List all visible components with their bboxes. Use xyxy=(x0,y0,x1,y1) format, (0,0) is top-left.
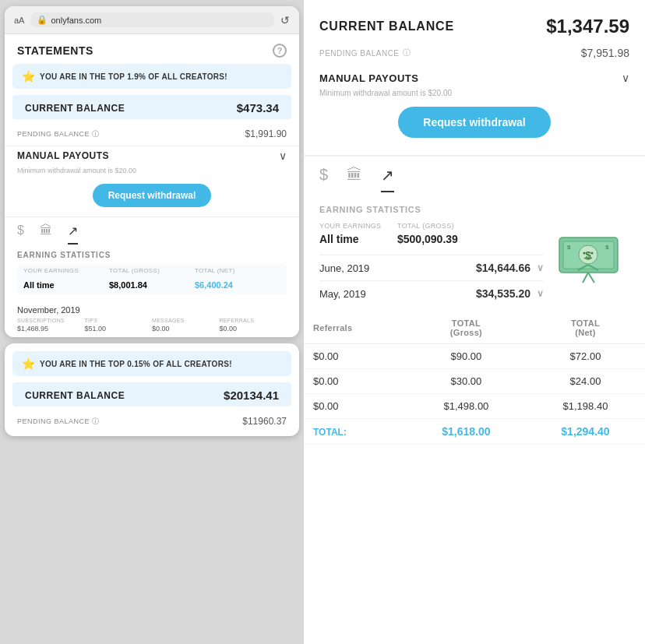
alltime-row: All time $8,001.84 $6,400.24 xyxy=(17,277,287,294)
right-chart-tab-icon[interactable]: ↗ xyxy=(381,166,394,192)
min-withdrawal-text: Minimum withdrawal amount is $20.00 xyxy=(5,165,299,181)
total-gross-cell: $1,618.00 xyxy=(407,419,526,445)
bottom-pending-value: $11960.37 xyxy=(242,416,287,427)
may-value: $34,535.20 xyxy=(476,287,530,300)
month-subscriptions: $1,468.95 xyxy=(17,325,85,333)
lock-icon: 🔒 xyxy=(37,15,48,25)
current-balance-row: CURRENT BALANCE $473.34 xyxy=(12,95,291,119)
right-table-area: Referrals TOTAL(Gross) TOTAL(Net) $0.00 … xyxy=(304,312,645,644)
right-dollar-tab-icon[interactable]: $ xyxy=(319,166,328,192)
right-pending-value: $7,951.98 xyxy=(581,47,629,59)
right-request-withdrawal-button[interactable]: Request withdrawal xyxy=(398,107,550,138)
dollar-tab-icon[interactable]: $ xyxy=(17,223,24,245)
bottom-banner-text: YOU ARE IN THE TOP 0.15% OF ALL CREATORS… xyxy=(40,360,232,368)
pending-label: PENDING BALANCE ⓘ xyxy=(17,129,100,139)
right-pending-info-icon: ⓘ xyxy=(403,48,411,58)
bottom-pending-label-text: PENDING BALANCE xyxy=(17,417,90,425)
right-top-section: CURRENT BALANCE $1,347.59 PENDING BALANC… xyxy=(304,0,645,156)
bottom-banner: ⭐ YOU ARE IN THE TOP 0.15% OF ALL CREATO… xyxy=(12,351,291,376)
pending-label-text: PENDING BALANCE xyxy=(17,130,90,138)
may-row: May, 2019 $34,535.20 ∨ xyxy=(319,280,544,306)
right-pending-label-text: PENDING BALANCE xyxy=(319,49,400,58)
right-pending-label: PENDING BALANCE ⓘ xyxy=(319,48,411,58)
svg-text:$: $ xyxy=(567,244,571,251)
month-stats-header: SUBSCRIPTIONS TIPS MESSAGES REFERRALS xyxy=(17,318,287,325)
bottom-pending-info-icon: ⓘ xyxy=(92,417,100,427)
bank-tab-icon[interactable]: 🏛 xyxy=(40,223,52,245)
total-label: TOTAL: xyxy=(313,427,347,438)
june-row: June, 2019 $14,644.66 ∨ xyxy=(319,255,544,280)
right-column: CURRENT BALANCE $1,347.59 PENDING BALANC… xyxy=(304,0,645,644)
bottom-balance-label: CURRENT BALANCE xyxy=(25,390,125,401)
left-column: aA 🔒 onlyfans.com ↺ STATEMENTS ? ⭐ YOU A… xyxy=(0,0,304,644)
browser-url-bar[interactable]: 🔒 onlyfans.com xyxy=(30,12,274,27)
table-row: $0.00 $30.00 $24.00 xyxy=(304,369,645,394)
request-withdrawal-button[interactable]: Request withdrawal xyxy=(93,184,212,207)
row2-referrals: $0.00 xyxy=(304,369,407,394)
right-tabs: $ 🏛 ↗ xyxy=(304,156,645,192)
right-earning-section: EARNING STATISTICS YOUR EARNINGS TOTAL (… xyxy=(304,192,645,312)
right-pending-row: PENDING BALANCE ⓘ $7,951.98 xyxy=(319,47,629,59)
may-label: May, 2019 xyxy=(319,288,366,300)
table-row: $0.00 $90.00 $72.00 xyxy=(304,344,645,369)
june-label: June, 2019 xyxy=(319,262,369,274)
right-payouts-title: MANUAL PAYOUTS xyxy=(319,72,418,84)
header-messages: MESSAGES xyxy=(152,318,220,323)
balance-value: $473.34 xyxy=(237,101,279,114)
bottom-pending-row: PENDING BALANCE ⓘ $11960.37 xyxy=(5,413,299,436)
month-section: November, 2019 SUBSCRIPTIONS TIPS MESSAG… xyxy=(5,301,299,337)
svg-point-11 xyxy=(591,252,594,255)
col-total-gross-header: TOTAL(Gross) xyxy=(407,312,526,344)
chevron-down-icon[interactable]: ∨ xyxy=(279,150,287,162)
alltime-label: All time xyxy=(23,280,109,290)
row1-net: $72.00 xyxy=(526,344,645,369)
header-net: TOTAL (NET) xyxy=(195,267,280,274)
month-messages: $0.00 xyxy=(152,325,220,333)
header-subscriptions: SUBSCRIPTIONS xyxy=(17,318,85,323)
browser-bar: aA 🔒 onlyfans.com ↺ xyxy=(5,6,299,34)
browser-font-size: aA xyxy=(14,16,24,25)
right-data-table: Referrals TOTAL(Gross) TOTAL(Net) $0.00 … xyxy=(304,312,645,445)
tabs-row: $ 🏛 ↗ xyxy=(5,216,299,245)
svg-line-7 xyxy=(588,273,594,283)
chart-tab-icon[interactable]: ↗ xyxy=(68,223,78,245)
earning-stats-label: EARNING STATISTICS xyxy=(17,251,287,259)
row1-gross: $90.00 xyxy=(407,344,526,369)
right-balance-value: $1,347.59 xyxy=(546,16,629,37)
may-chevron-icon: ∨ xyxy=(537,288,544,299)
right-alltime-gross: $500,090.39 xyxy=(397,233,506,245)
row2-gross: $30.00 xyxy=(407,369,526,394)
header-earnings: YOUR EARNINGS xyxy=(23,267,109,274)
alltime-gross: $8,001.84 xyxy=(109,280,195,290)
svg-point-10 xyxy=(583,252,586,255)
bottom-star-icon: ⭐ xyxy=(22,357,35,370)
right-chevron-down-icon[interactable]: ∨ xyxy=(622,72,629,84)
bottom-balance-value: $20134.41 xyxy=(224,389,279,402)
right-min-withdrawal: Minimum withdrawal amount is $20.00 xyxy=(319,89,629,97)
bottom-balance-row: CURRENT BALANCE $20134.41 xyxy=(12,382,291,406)
svg-text:$: $ xyxy=(605,244,609,251)
bottom-panel: ⭐ YOU ARE IN THE TOP 0.15% OF ALL CREATO… xyxy=(5,343,299,436)
june-value-row: $14,644.66 ∨ xyxy=(476,262,544,274)
pending-value: $1,991.90 xyxy=(245,128,287,139)
top-creator-banner: ⭐ YOU ARE IN THE TOP 1.9% OF ALL CREATOR… xyxy=(12,64,291,89)
col-referrals-header: Referrals xyxy=(304,312,407,344)
row3-net: $1,198.40 xyxy=(526,394,645,419)
header-gross: TOTAL (GROSS) xyxy=(109,267,195,274)
right-header-earnings: YOUR EARNINGS xyxy=(319,222,397,230)
header-tips: TIPS xyxy=(85,318,153,323)
right-bank-tab-icon[interactable]: 🏛 xyxy=(347,166,362,192)
refresh-icon[interactable]: ↺ xyxy=(280,14,290,26)
right-balance-label: CURRENT BALANCE xyxy=(319,19,454,33)
right-alltime-label: All time xyxy=(319,233,397,245)
june-value: $14,644.66 xyxy=(476,262,530,274)
row3-gross: $1,498.00 xyxy=(407,394,526,419)
panel-title: STATEMENTS xyxy=(17,44,93,57)
total-label-cell: TOTAL: xyxy=(304,419,407,445)
right-earning-label: EARNING STATISTICS xyxy=(319,205,629,214)
month-tips: $51.00 xyxy=(85,325,153,333)
star-icon: ⭐ xyxy=(22,70,35,83)
header-referrals: REFERRALS xyxy=(220,318,287,323)
browser-panel: aA 🔒 onlyfans.com ↺ STATEMENTS ? ⭐ YOU A… xyxy=(5,6,299,337)
help-icon[interactable]: ? xyxy=(273,44,287,58)
